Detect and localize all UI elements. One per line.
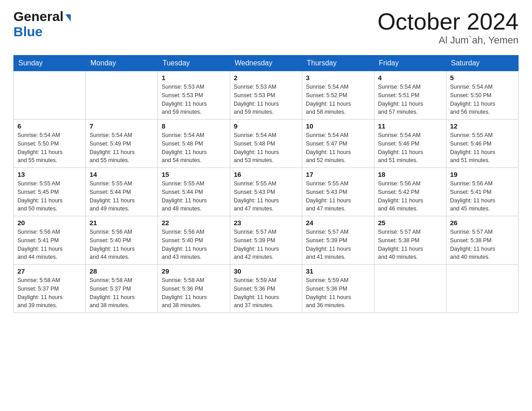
calendar-cell <box>374 265 446 313</box>
logo: General Blue <box>13 9 71 39</box>
day-info: Sunrise: 5:57 AMSunset: 5:38 PMDaylight:… <box>450 228 515 261</box>
day-info: Sunrise: 5:56 AMSunset: 5:40 PMDaylight:… <box>90 228 154 261</box>
calendar-cell: 17Sunrise: 5:55 AMSunset: 5:43 PMDayligh… <box>302 168 374 216</box>
calendar-cell: 8Sunrise: 5:54 AMSunset: 5:48 PMDaylight… <box>158 120 230 168</box>
calendar-cell: 15Sunrise: 5:55 AMSunset: 5:44 PMDayligh… <box>158 168 230 216</box>
day-header-thursday: Thursday <box>302 56 374 71</box>
day-number: 28 <box>90 267 154 275</box>
calendar-cell: 5Sunrise: 5:54 AMSunset: 5:50 PMDaylight… <box>446 71 519 120</box>
calendar-cell: 24Sunrise: 5:57 AMSunset: 5:39 PMDayligh… <box>302 216 374 265</box>
day-number: 3 <box>306 74 370 81</box>
calendar-cell: 13Sunrise: 5:55 AMSunset: 5:45 PMDayligh… <box>14 168 86 216</box>
day-info: Sunrise: 5:55 AMSunset: 5:43 PMDaylight:… <box>306 180 370 213</box>
day-info: Sunrise: 5:58 AMSunset: 5:37 PMDaylight:… <box>17 276 82 310</box>
day-number: 2 <box>234 74 298 81</box>
day-info: Sunrise: 5:56 AMSunset: 5:42 PMDaylight:… <box>378 180 442 213</box>
day-info: Sunrise: 5:56 AMSunset: 5:40 PMDaylight:… <box>162 228 226 261</box>
day-number: 6 <box>17 122 82 130</box>
calendar-week-row: 27Sunrise: 5:58 AMSunset: 5:37 PMDayligh… <box>14 265 519 313</box>
day-number: 1 <box>162 74 226 81</box>
day-number: 30 <box>234 267 298 275</box>
calendar-cell: 16Sunrise: 5:55 AMSunset: 5:43 PMDayligh… <box>230 168 302 216</box>
day-info: Sunrise: 5:58 AMSunset: 5:36 PMDaylight:… <box>162 276 226 310</box>
calendar-cell: 7Sunrise: 5:54 AMSunset: 5:49 PMDaylight… <box>86 120 158 168</box>
calendar-cell: 18Sunrise: 5:56 AMSunset: 5:42 PMDayligh… <box>374 168 446 216</box>
day-header-monday: Monday <box>86 56 158 71</box>
calendar-week-row: 1Sunrise: 5:53 AMSunset: 5:53 PMDaylight… <box>14 71 519 120</box>
calendar-cell: 31Sunrise: 5:59 AMSunset: 5:36 PMDayligh… <box>302 265 374 313</box>
day-number: 23 <box>234 219 298 227</box>
day-number: 20 <box>17 219 82 227</box>
day-number: 9 <box>234 122 298 130</box>
calendar-cell <box>446 265 519 313</box>
page-header: General Blue October 2024 Al Jum`ah, Yem… <box>13 9 519 46</box>
day-header-tuesday: Tuesday <box>158 56 230 71</box>
calendar-cell: 9Sunrise: 5:54 AMSunset: 5:48 PMDaylight… <box>230 120 302 168</box>
day-info: Sunrise: 5:55 AMSunset: 5:45 PMDaylight:… <box>17 180 82 213</box>
day-info: Sunrise: 5:54 AMSunset: 5:50 PMDaylight:… <box>17 131 82 165</box>
title-area: October 2024 Al Jum`ah, Yemen <box>378 9 519 46</box>
calendar-cell: 27Sunrise: 5:58 AMSunset: 5:37 PMDayligh… <box>14 265 86 313</box>
calendar-cell: 11Sunrise: 5:54 AMSunset: 5:46 PMDayligh… <box>374 120 446 168</box>
day-info: Sunrise: 5:54 AMSunset: 5:48 PMDaylight:… <box>162 131 226 165</box>
day-number: 29 <box>162 267 226 275</box>
calendar-cell: 30Sunrise: 5:59 AMSunset: 5:36 PMDayligh… <box>230 265 302 313</box>
calendar-cell: 26Sunrise: 5:57 AMSunset: 5:38 PMDayligh… <box>446 216 519 265</box>
day-number: 16 <box>234 171 298 178</box>
calendar-cell: 1Sunrise: 5:53 AMSunset: 5:53 PMDaylight… <box>158 71 230 120</box>
day-number: 4 <box>378 74 442 81</box>
calendar-cell: 2Sunrise: 5:53 AMSunset: 5:53 PMDaylight… <box>230 71 302 120</box>
day-header-saturday: Saturday <box>446 56 519 71</box>
logo-general-text: General <box>13 9 64 24</box>
calendar-cell: 19Sunrise: 5:56 AMSunset: 5:41 PMDayligh… <box>446 168 519 216</box>
calendar-cell: 4Sunrise: 5:54 AMSunset: 5:51 PMDaylight… <box>374 71 446 120</box>
calendar-cell: 12Sunrise: 5:55 AMSunset: 5:46 PMDayligh… <box>446 120 519 168</box>
calendar-cell: 22Sunrise: 5:56 AMSunset: 5:40 PMDayligh… <box>158 216 230 265</box>
day-header-sunday: Sunday <box>14 56 86 71</box>
calendar-cell: 21Sunrise: 5:56 AMSunset: 5:40 PMDayligh… <box>86 216 158 265</box>
calendar-cell: 23Sunrise: 5:57 AMSunset: 5:39 PMDayligh… <box>230 216 302 265</box>
calendar-week-row: 6Sunrise: 5:54 AMSunset: 5:50 PMDaylight… <box>14 120 519 168</box>
day-number: 5 <box>450 74 515 81</box>
day-info: Sunrise: 5:54 AMSunset: 5:52 PMDaylight:… <box>306 83 370 116</box>
day-number: 24 <box>306 219 370 227</box>
day-number: 17 <box>306 171 370 178</box>
day-info: Sunrise: 5:54 AMSunset: 5:48 PMDaylight:… <box>234 131 298 165</box>
day-number: 26 <box>450 219 515 227</box>
day-number: 18 <box>378 171 442 178</box>
day-number: 21 <box>90 219 154 227</box>
calendar-cell: 3Sunrise: 5:54 AMSunset: 5:52 PMDaylight… <box>302 71 374 120</box>
day-number: 19 <box>450 171 515 178</box>
day-info: Sunrise: 5:58 AMSunset: 5:37 PMDaylight:… <box>90 276 154 310</box>
day-info: Sunrise: 5:55 AMSunset: 5:46 PMDaylight:… <box>450 131 515 165</box>
logo-triangle-icon <box>65 14 71 21</box>
day-info: Sunrise: 5:59 AMSunset: 5:36 PMDaylight:… <box>234 276 298 310</box>
calendar-week-row: 13Sunrise: 5:55 AMSunset: 5:45 PMDayligh… <box>14 168 519 216</box>
day-info: Sunrise: 5:56 AMSunset: 5:41 PMDaylight:… <box>450 180 515 213</box>
day-number: 27 <box>17 267 82 275</box>
day-number: 11 <box>378 122 442 130</box>
calendar-cell: 20Sunrise: 5:56 AMSunset: 5:41 PMDayligh… <box>14 216 86 265</box>
day-number: 14 <box>90 171 154 178</box>
day-number: 25 <box>378 219 442 227</box>
day-info: Sunrise: 5:57 AMSunset: 5:39 PMDaylight:… <box>234 228 298 261</box>
day-info: Sunrise: 5:53 AMSunset: 5:53 PMDaylight:… <box>234 83 298 116</box>
calendar-cell <box>86 71 158 120</box>
calendar-table: SundayMondayTuesdayWednesdayThursdayFrid… <box>13 55 519 313</box>
day-info: Sunrise: 5:55 AMSunset: 5:44 PMDaylight:… <box>162 180 226 213</box>
day-info: Sunrise: 5:57 AMSunset: 5:39 PMDaylight:… <box>306 228 370 261</box>
day-info: Sunrise: 5:54 AMSunset: 5:46 PMDaylight:… <box>378 131 442 165</box>
calendar-subtitle: Al Jum`ah, Yemen <box>378 34 519 46</box>
day-number: 8 <box>162 122 226 130</box>
day-number: 22 <box>162 219 226 227</box>
day-info: Sunrise: 5:54 AMSunset: 5:50 PMDaylight:… <box>450 83 515 116</box>
day-number: 7 <box>90 122 154 130</box>
calendar-week-row: 20Sunrise: 5:56 AMSunset: 5:41 PMDayligh… <box>14 216 519 265</box>
day-info: Sunrise: 5:57 AMSunset: 5:38 PMDaylight:… <box>378 228 442 261</box>
calendar-cell <box>14 71 86 120</box>
calendar-cell: 28Sunrise: 5:58 AMSunset: 5:37 PMDayligh… <box>86 265 158 313</box>
calendar-cell: 14Sunrise: 5:55 AMSunset: 5:44 PMDayligh… <box>86 168 158 216</box>
day-number: 31 <box>306 267 370 275</box>
day-number: 13 <box>17 171 82 178</box>
logo-blue-text: Blue <box>13 24 43 39</box>
